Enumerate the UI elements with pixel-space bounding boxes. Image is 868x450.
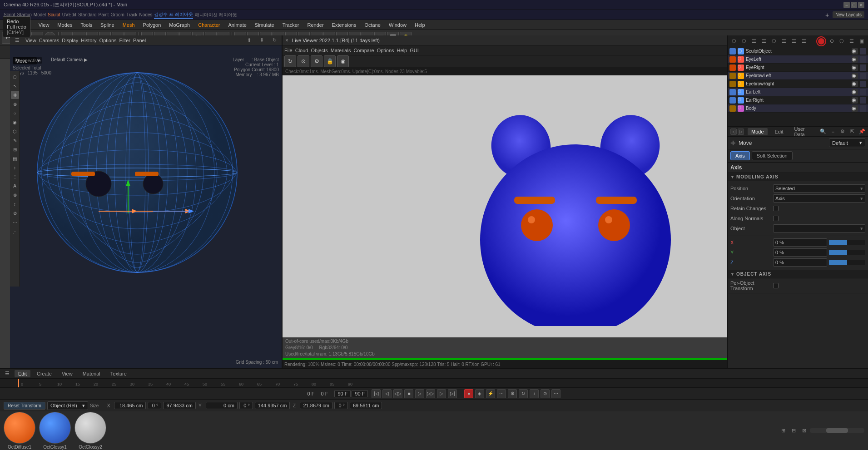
left-tool-7[interactable]: ⬡: [11, 127, 19, 135]
lv-menu-help[interactable]: Help: [397, 48, 407, 53]
end-frame2[interactable]: 90 F: [352, 390, 368, 397]
obr-icon-5[interactable]: ⬡: [769, 37, 779, 46]
z-size-value[interactable]: 69.5611 cm: [350, 402, 382, 409]
x-slider[interactable]: [829, 240, 865, 245]
go-start[interactable]: |◁: [372, 389, 381, 398]
nav-back[interactable]: ◁: [730, 129, 737, 135]
material-oct-diffuse[interactable]: OctDiffuse1: [4, 412, 35, 450]
timeline-tab-view[interactable]: View: [58, 370, 76, 377]
attr-pin-icon[interactable]: 📌: [859, 127, 865, 136]
next-frame[interactable]: ▷: [437, 389, 446, 398]
prev-frame[interactable]: ◁: [382, 389, 392, 398]
obr-small-icon3[interactable]: ☰: [847, 37, 856, 46]
attr-tab-user-data[interactable]: User Data: [791, 125, 813, 138]
obj-vis-5[interactable]: ◉: [852, 81, 858, 87]
ruler-track[interactable]: 0 5 10 15 20 25 30 35 40 45 50 55 60 65 …: [3, 379, 865, 387]
layout-uvedit[interactable]: UVEdit: [62, 12, 76, 17]
loop-btn[interactable]: ↻: [519, 389, 528, 398]
vp-menu-panel[interactable]: Panel: [133, 38, 146, 43]
layout-add-button[interactable]: +: [823, 11, 831, 19]
left-tool-14[interactable]: ⊗: [11, 191, 19, 199]
obr-icon-7[interactable]: ☰: [789, 37, 799, 46]
lv-settings[interactable]: ⚙: [311, 55, 322, 67]
vp-menu-cameras[interactable]: Cameras: [39, 38, 60, 43]
modeling-axis-header[interactable]: ▼ MODELING AXIS: [728, 173, 868, 181]
stop[interactable]: ■: [404, 389, 413, 398]
go-end[interactable]: ▷|: [448, 389, 457, 398]
timeline-view2[interactable]: ⊟: [789, 426, 798, 435]
menu-character[interactable]: Character: [194, 21, 223, 29]
y-value[interactable]: 0 %: [773, 248, 827, 257]
play[interactable]: ▷: [415, 389, 424, 398]
left-tool-18[interactable]: ⋰: [11, 227, 19, 235]
retain-changes-checkbox[interactable]: [773, 206, 779, 211]
lv-menu-compare[interactable]: Compare: [353, 48, 374, 53]
lv-play[interactable]: ↻: [284, 55, 296, 67]
reset-transform-btn[interactable]: Reset Transform: [4, 402, 45, 410]
layout-model[interactable]: Model: [34, 12, 46, 17]
timeline-scrollbar[interactable]: [810, 428, 864, 433]
left-tool-10[interactable]: ▤: [11, 154, 19, 163]
timeline-tab-create[interactable]: Create: [33, 370, 55, 377]
timeline-tab-edit[interactable]: Edit: [15, 370, 30, 377]
attr-search-icon[interactable]: 🔍: [820, 127, 826, 136]
viewport-canvas[interactable]: Perspective Default Camera ▶ Selected To…: [10, 45, 282, 368]
obr-icon-3[interactable]: ☰: [749, 37, 759, 46]
left-tool-17[interactable]: ⋯: [11, 218, 19, 226]
left-tool-2[interactable]: ↖: [11, 82, 19, 90]
layout-nodes[interactable]: Nodes: [139, 12, 153, 17]
layout-sculpt[interactable]: Sculpt: [48, 12, 60, 17]
nav-forward[interactable]: ▷: [738, 129, 744, 135]
per-object-checkbox[interactable]: [773, 283, 779, 288]
menu-window[interactable]: Window: [385, 21, 410, 29]
menu-extensions[interactable]: Extensions: [328, 21, 360, 29]
obj-row-6[interactable]: ⬡ EarLeft ◉: [728, 88, 868, 96]
timeline-view3[interactable]: ⊠: [799, 426, 808, 435]
timeline-tab-material[interactable]: Material: [79, 370, 104, 377]
default-dropdown[interactable]: Default ▾: [829, 138, 865, 147]
obr-icon-1[interactable]: ⬡: [729, 37, 739, 46]
y-size-value[interactable]: 144.9357 cm: [255, 402, 290, 409]
lv-lock[interactable]: 🔒: [324, 55, 336, 67]
obj-lock-1[interactable]: [860, 48, 866, 54]
left-tool-6[interactable]: ◉: [11, 118, 19, 126]
obj-row-2[interactable]: ⬡ EyeLeft ◉: [728, 55, 868, 64]
fps-btn[interactable]: ⚙: [508, 389, 517, 398]
object-value[interactable]: ▾: [773, 224, 865, 232]
auto-key[interactable]: ⚡: [486, 389, 495, 398]
obj-vis-6[interactable]: ◉: [852, 89, 858, 95]
obr-icon-4[interactable]: ☰: [759, 37, 769, 46]
left-tool-8[interactable]: ✎: [11, 136, 19, 144]
obr-icon-2[interactable]: ⬡: [739, 37, 749, 46]
sound-btn[interactable]: ♪: [530, 389, 539, 398]
y-pos-value[interactable]: 0 cm: [206, 402, 238, 409]
timeline-tab-texture[interactable]: Texture: [107, 370, 130, 377]
lv-menu-cloud[interactable]: Cloud: [295, 48, 308, 53]
menu-tools[interactable]: Tools: [77, 21, 96, 29]
attr-settings-icon[interactable]: ⚙: [840, 127, 846, 136]
lv-menu-objects[interactable]: Objects: [311, 48, 327, 53]
vp-refresh[interactable]: ↻: [270, 36, 279, 45]
position-value[interactable]: Selected ▾: [773, 184, 865, 193]
z-slider[interactable]: [829, 260, 865, 265]
menu-view[interactable]: View: [35, 21, 53, 29]
x-pos-value[interactable]: 18.465 cm: [114, 402, 146, 409]
along-normals-checkbox[interactable]: [773, 216, 779, 221]
timeline-menu-icon[interactable]: ☰: [3, 369, 12, 378]
play-prev[interactable]: ◁▷: [393, 389, 402, 398]
lv-menu-file[interactable]: File: [284, 48, 293, 53]
menu-mograph[interactable]: MoGraph: [165, 21, 193, 29]
menu-modes[interactable]: Modes: [54, 21, 76, 29]
obj-vis-2[interactable]: ◉: [852, 56, 858, 63]
lv-pause[interactable]: ⊙: [298, 55, 309, 67]
obr-small-icon2[interactable]: ⬡: [837, 37, 846, 46]
play-fast[interactable]: ▷▷: [426, 389, 435, 398]
obj-vis-3[interactable]: ◉: [852, 64, 858, 71]
obj-vis-7[interactable]: ◉: [852, 97, 858, 104]
vp-menu-options[interactable]: Options: [99, 38, 117, 43]
menu-polygon[interactable]: Polygon: [139, 21, 165, 29]
menu-help[interactable]: Help: [411, 21, 429, 29]
menu-simulate[interactable]: Simulate: [251, 21, 278, 29]
layout-korean1[interactable]: 김정수 프 레이아웃: [154, 11, 193, 19]
material-ball-orange[interactable]: [4, 412, 35, 444]
